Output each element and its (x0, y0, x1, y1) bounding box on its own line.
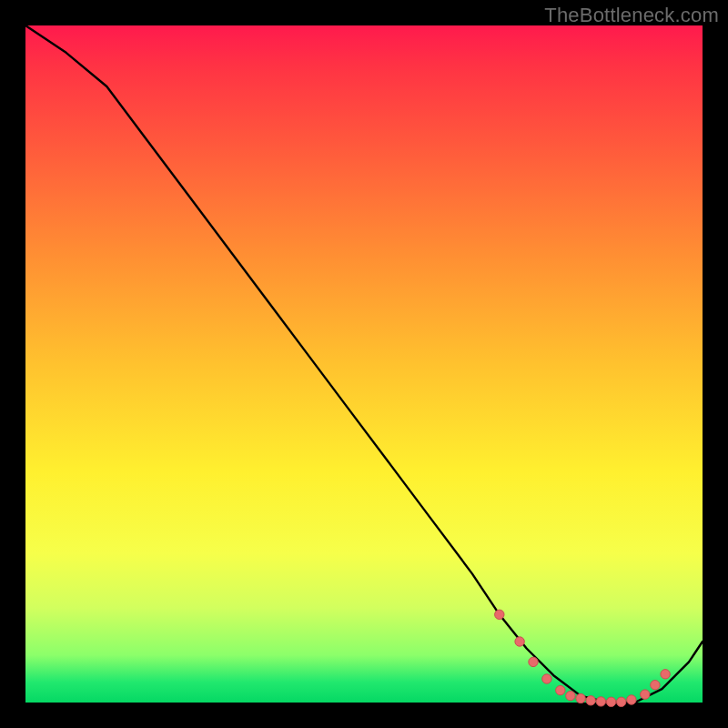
curve-marker (515, 637, 524, 646)
curve-marker (586, 696, 595, 705)
curve-marker (617, 697, 626, 706)
plot-area (25, 25, 703, 703)
curve-marker (542, 674, 551, 683)
curve-marker (606, 697, 615, 706)
watermark-text: TheBottleneck.com (544, 4, 719, 27)
curve-marker (566, 691, 575, 700)
curve-marker (661, 670, 670, 679)
bottleneck-curve-line (25, 25, 703, 703)
chart-overlay (25, 25, 703, 703)
curve-markers (495, 610, 671, 706)
curve-marker (641, 690, 650, 699)
curve-marker (495, 610, 504, 619)
curve-marker (576, 693, 585, 703)
curve-marker (596, 697, 605, 706)
curve-marker (627, 695, 636, 704)
chart-stage: TheBottleneck.com (0, 0, 728, 728)
curve-marker (529, 657, 538, 666)
curve-marker (651, 681, 660, 690)
curve-marker (556, 685, 565, 694)
